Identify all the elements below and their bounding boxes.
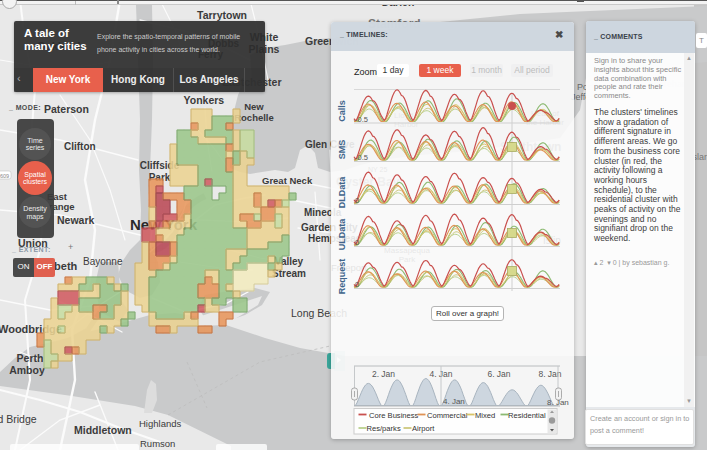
svg-text:Calls: Calls: [337, 100, 347, 122]
svg-text:Airport: Airport: [412, 424, 435, 433]
svg-text:0: 0: [355, 196, 359, 205]
svg-text:Residential: Residential: [508, 411, 546, 420]
svg-text:2. Jan: 2. Jan: [372, 369, 395, 379]
svg-text:Request: Request: [337, 259, 347, 295]
svg-text:SMS: SMS: [337, 140, 347, 160]
svg-text:Commercial: Commercial: [427, 411, 468, 420]
svg-text:0: 0: [355, 238, 359, 247]
svg-text:4. Jan: 4. Jan: [443, 397, 465, 406]
svg-text:0: 0: [355, 280, 359, 289]
svg-text:Core Business: Core Business: [369, 411, 419, 420]
svg-text:Res/parks: Res/parks: [367, 424, 401, 433]
svg-text:-0.5: -0.5: [355, 153, 368, 162]
svg-text:-0.5: -0.5: [355, 115, 368, 124]
svg-text:ULData: ULData: [337, 218, 347, 250]
svg-text:DLData: DLData: [337, 176, 347, 208]
svg-text:6. Jan: 6. Jan: [487, 369, 510, 379]
svg-text:Mixed: Mixed: [475, 411, 495, 420]
